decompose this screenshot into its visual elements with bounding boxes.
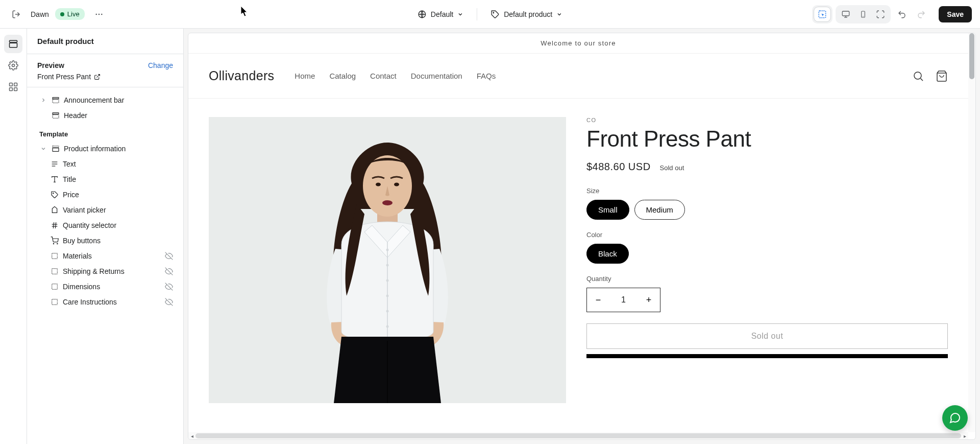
quantity-plus[interactable]: + [638,288,660,312]
section-announcement-bar[interactable]: Announcement bar [31,92,179,108]
nav-contact[interactable]: Contact [370,72,397,80]
editor-topbar: Dawn Live Default Default product [0,0,980,29]
svg-point-59 [386,279,389,282]
save-button[interactable]: Save [939,6,972,22]
svg-marker-32 [52,206,57,213]
block-quantity-selector[interactable]: Quantity selector [31,218,179,233]
block-price[interactable]: Price [31,187,179,202]
option-label-size: Size [586,187,948,195]
variant-small[interactable]: Small [586,200,629,220]
svg-point-1 [95,13,97,15]
svg-point-62 [386,325,389,328]
undo-button[interactable] [894,6,910,22]
collapsible-icon [51,267,59,275]
template-selector[interactable]: Default product [485,7,568,22]
quantity-value: 1 [609,288,638,312]
store-header: Ollivanders Home Catalog Contact Documen… [188,54,968,99]
variant-black[interactable]: Black [586,244,629,264]
cart-icon[interactable] [936,70,948,82]
sidebar-title: Default product [27,29,183,54]
sections-icon [8,39,18,49]
block-shipping-returns[interactable]: Shipping & Returns [31,264,179,279]
chat-fab[interactable] [942,405,968,431]
more-actions-button[interactable] [91,6,107,22]
svg-rect-45 [52,299,58,305]
block-text[interactable]: Text [31,156,179,172]
exit-icon [12,10,21,19]
svg-point-5 [493,12,494,13]
product-media[interactable] [209,117,566,403]
viewport-fullscreen-button[interactable] [872,7,889,21]
exit-editor-button[interactable] [8,6,24,22]
preview-scrollbar-horizontal[interactable]: ◂ ▸ [188,432,968,439]
nav-faqs[interactable]: FAQs [477,72,496,80]
type-icon [51,175,59,183]
preview-canvas-wrap: Welcome to our store Ollivanders Home Ca… [184,29,980,444]
svg-point-57 [386,249,389,251]
inspector-mode-button[interactable] [814,7,830,21]
store-nav: Home Catalog Contact Documentation FAQs [295,72,496,80]
svg-point-31 [53,193,54,194]
locale-selector[interactable]: Default [412,7,469,22]
price-tag-icon [51,191,59,199]
rail-settings-button[interactable] [4,56,22,75]
block-title[interactable]: Title [31,172,179,187]
svg-line-19 [96,74,100,77]
block-materials[interactable]: Materials [31,248,179,264]
eye-off-icon [165,267,173,275]
nav-docs[interactable]: Documentation [411,72,462,80]
section-icon [52,145,60,153]
eye-off-icon [165,298,173,306]
svg-point-38 [57,243,58,244]
redo-icon [917,10,926,19]
svg-point-47 [914,72,921,79]
block-buy-buttons[interactable]: Buy buttons [31,233,179,248]
chevron-down-icon [40,146,46,152]
viewport-mobile-button[interactable] [855,7,871,21]
nav-home[interactable]: Home [295,72,315,80]
viewport-group [836,5,891,24]
redo-button[interactable] [913,6,929,22]
quantity-minus[interactable]: − [587,288,609,312]
left-rail [0,29,27,444]
section-header[interactable]: Header [31,108,179,123]
svg-rect-7 [843,11,850,16]
svg-point-55 [382,200,393,205]
rail-sections-button[interactable] [4,35,22,53]
variant-medium[interactable]: Medium [634,200,685,220]
product-title: Front Press Pant [586,126,948,152]
svg-point-3 [101,13,103,15]
template-group-label: Template [31,123,179,141]
svg-rect-15 [10,83,13,86]
tag-icon [491,10,500,19]
product-price: $488.60 USD [586,161,651,173]
svg-point-54 [394,183,399,186]
section-icon [52,111,60,120]
change-preview-button[interactable]: Change [148,61,173,69]
section-icon [52,96,60,104]
block-care-instructions[interactable]: Care Instructions [31,294,179,310]
svg-point-14 [12,64,15,67]
product-availability: Sold out [660,164,684,172]
gear-icon [8,60,18,71]
quantity-stepper: − 1 + [586,288,660,312]
rail-apps-button[interactable] [4,78,22,96]
section-product-information[interactable]: Product information [31,141,179,156]
svg-rect-41 [52,269,58,274]
svg-rect-23 [53,115,59,119]
announcement-bar[interactable]: Welcome to our store [188,33,968,54]
store-logo[interactable]: Ollivanders [209,68,274,83]
mobile-icon [859,10,867,19]
preview-product-link[interactable]: Front Press Pant [37,73,101,81]
paragraph-icon [51,160,59,168]
buy-now-button[interactable] [586,354,948,358]
block-variant-picker[interactable]: Variant picker [31,202,179,218]
block-dimensions[interactable]: Dimensions [31,279,179,294]
nav-catalog[interactable]: Catalog [329,72,356,80]
viewport-desktop-button[interactable] [838,7,854,21]
svg-rect-12 [10,40,17,42]
preview-scrollbar-vertical[interactable] [968,33,975,432]
status-dot-icon [60,12,64,16]
search-icon[interactable] [912,70,924,82]
add-to-cart-button[interactable]: Sold out [586,323,948,349]
